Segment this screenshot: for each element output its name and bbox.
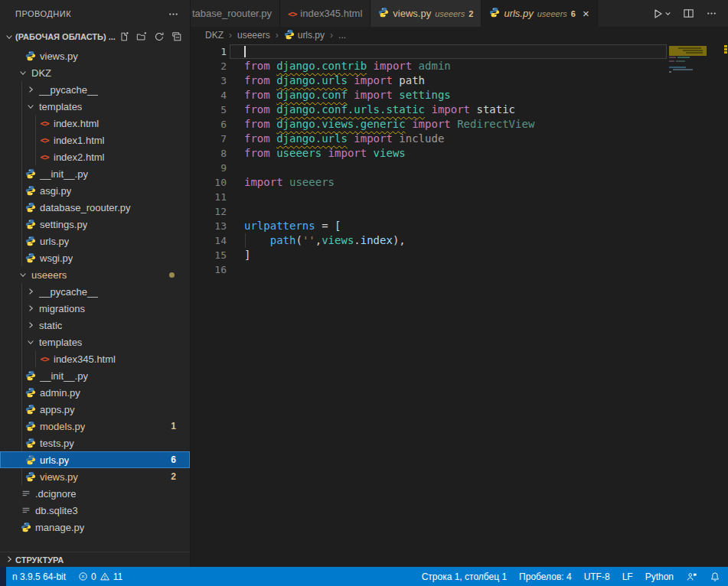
outline-section-header[interactable]: СТРУКТУРА: [0, 552, 190, 567]
code-token: (: [295, 234, 302, 246]
tree-item-views-py[interactable]: views.py: [0, 47, 190, 64]
workspace-section-header[interactable]: (РАБОЧАЯ ОБЛАСТЬ) ...: [0, 28, 190, 46]
code-line-13[interactable]: 13urlpatterns = [: [191, 219, 728, 233]
python-icon: [24, 236, 37, 246]
notifications-button[interactable]: [704, 567, 728, 586]
line-number: 1: [191, 44, 227, 59]
minimap[interactable]: [668, 44, 723, 151]
tree-item-label: manage.py: [35, 522, 84, 533]
breadcrumb-item-useeers[interactable]: useeers: [237, 30, 270, 41]
code-line-2[interactable]: 2from django.contrib import admin: [191, 59, 728, 73]
tree-item-label: database_roouter.py: [40, 202, 131, 213]
tree-item-index-html[interactable]: <>index.html: [0, 115, 190, 132]
tree-item-models-py[interactable]: models.py1: [0, 418, 190, 435]
breadcrumb-item-dkz[interactable]: DKZ: [205, 30, 224, 41]
line-number: 5: [191, 103, 227, 117]
tree-item-pycache[interactable]: __pycache__: [0, 81, 190, 98]
tree-item-useeers[interactable]: useeers: [0, 266, 190, 283]
language-mode-status[interactable]: Python: [639, 567, 680, 586]
text-cursor: [244, 46, 246, 57]
tree-item-database-roouter-py[interactable]: database_roouter.py: [0, 199, 190, 216]
breadcrumb[interactable]: DKZ›useeers›urls.py›...: [191, 27, 728, 44]
code-token: [244, 234, 270, 246]
more-actions-button[interactable]: [706, 8, 717, 19]
code-line-4[interactable]: 4from django.conf import settings: [191, 88, 728, 103]
tree-item-static[interactable]: static: [0, 317, 190, 334]
python-interpreter-status[interactable]: n 3.9.5 64-bit: [6, 567, 72, 586]
tree-item-admin-py[interactable]: admin.py: [0, 384, 190, 401]
tree-item-apps-py[interactable]: apps.py: [0, 401, 190, 418]
tree-item-dkz[interactable]: DKZ: [0, 64, 190, 81]
tree-item-index345-html[interactable]: <>index345.html: [0, 350, 190, 367]
close-icon[interactable]: ×: [583, 8, 589, 19]
tree-item-dcignore[interactable]: .dcignore: [0, 485, 190, 502]
tree-item-wsgi-py[interactable]: wsgi.py: [0, 249, 190, 266]
code-token: admin: [419, 60, 451, 72]
tree-item-templates[interactable]: templates: [0, 334, 190, 350]
code-token: ,: [315, 234, 322, 246]
code-line-1[interactable]: 1: [191, 44, 728, 59]
tree-item-label: views.py: [40, 471, 78, 483]
tree-item-asgi-py[interactable]: asgi.py: [0, 182, 190, 199]
tree-item-tests-py[interactable]: tests.py: [0, 435, 190, 451]
line-content: [227, 262, 244, 277]
tab-index345-html[interactable]: <>index345.html: [280, 0, 371, 27]
code-token: import: [425, 103, 476, 116]
code-line-9[interactable]: 9: [191, 161, 728, 175]
collapse-all-button[interactable]: [171, 31, 182, 42]
line-number: 4: [191, 88, 227, 103]
line-number: 12: [191, 204, 227, 219]
code-line-15[interactable]: 15]: [191, 248, 728, 262]
tree-item-init-py[interactable]: __init__.py: [0, 165, 190, 182]
cursor-position-status[interactable]: Строка 1, столбец 1: [416, 567, 513, 586]
code-line-3[interactable]: 3from django.urls import path: [191, 73, 728, 88]
python-icon: [24, 438, 37, 448]
code-line-5[interactable]: 5from django.conf.urls.static import sta…: [191, 103, 728, 117]
tree-item-init-py[interactable]: __init__.py: [0, 367, 190, 384]
html-icon: <>: [288, 8, 296, 19]
code-line-14[interactable]: 14 path('',views.index),: [191, 233, 728, 248]
tab-tabase-roouter-py[interactable]: tabase_roouter.py: [191, 0, 280, 27]
problems-status[interactable]: 0 11: [72, 567, 129, 586]
indentation-status[interactable]: Пробелов: 4: [513, 567, 578, 586]
code-token: django.contrib: [276, 60, 367, 72]
tree-item-settings-py[interactable]: settings.py: [0, 216, 190, 233]
code-line-8[interactable]: 8from useeers import views: [191, 146, 728, 161]
chevron-right-icon: [24, 304, 36, 313]
new-folder-button[interactable]: [136, 31, 147, 42]
tree-item-urls-py[interactable]: urls.py: [0, 233, 190, 249]
tab-views-py[interactable]: views.pyuseeers2: [371, 0, 482, 27]
tree-item-pycache[interactable]: __pycache__: [0, 283, 190, 300]
python-icon: [24, 252, 37, 263]
breadcrumb-item-item[interactable]: ...: [338, 30, 346, 41]
code-line-16[interactable]: 16: [191, 262, 728, 277]
tree-item-templates[interactable]: templates: [0, 98, 190, 115]
chevron-down-icon: [24, 337, 36, 347]
tab-label: index345.html: [300, 8, 362, 19]
tree-item-index2-html[interactable]: <>index2.html: [0, 148, 190, 165]
new-file-button[interactable]: [119, 31, 129, 42]
tree-item-urls-py[interactable]: urls.py6: [0, 451, 190, 468]
run-button[interactable]: [651, 8, 671, 20]
feedback-button[interactable]: [680, 567, 704, 586]
code-line-6[interactable]: 6from django.views.generic import Redire…: [191, 117, 728, 132]
tree-item-migrations[interactable]: migrations: [0, 300, 190, 317]
encoding-status[interactable]: UTF-8: [578, 567, 616, 586]
editor-pane[interactable]: 12from django.contrib import admin3from …: [191, 44, 728, 567]
code-line-7[interactable]: 7from django.urls import include: [191, 132, 728, 146]
breadcrumb-item-urls-py[interactable]: urls.py: [284, 29, 325, 42]
line-content: [227, 190, 244, 204]
refresh-button[interactable]: [154, 31, 165, 42]
tree-item-manage-py[interactable]: manage.py: [0, 519, 190, 536]
code-line-12[interactable]: 12: [191, 204, 728, 219]
tree-item-views-py[interactable]: views.py2: [0, 468, 190, 485]
code-line-10[interactable]: 10import useeers: [191, 175, 728, 190]
eol-status[interactable]: LF: [616, 567, 639, 586]
tree-item-index1-html[interactable]: <>index1.html: [0, 132, 190, 148]
split-editor-button[interactable]: [683, 8, 694, 19]
tree-item-db-sqlite3[interactable]: db.sqlite3: [0, 502, 190, 519]
overview-ruler: [723, 44, 728, 567]
tab-urls-py[interactable]: urls.pyuseeers6×: [482, 0, 597, 27]
code-line-11[interactable]: 11: [191, 190, 728, 204]
explorer-more-actions-button[interactable]: [168, 8, 179, 20]
